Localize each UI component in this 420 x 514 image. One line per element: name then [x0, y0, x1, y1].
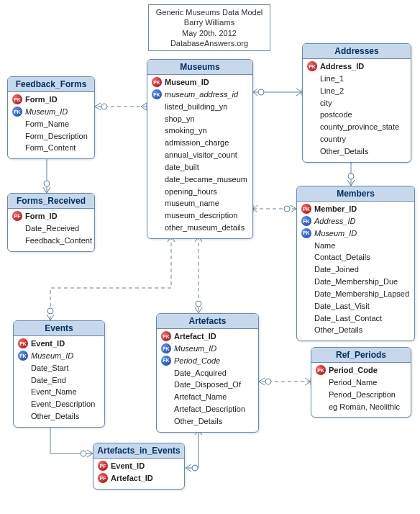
- entity-title: Ref_Periods: [311, 348, 411, 363]
- attribute-row: county_province_state: [306, 121, 408, 133]
- attribute-row: PFForm_ID: [11, 210, 91, 222]
- entity-feedback-forms: Feedback_FormsPKForm_IDFKMuseum_IDForm_N…: [7, 76, 95, 159]
- entity-artefacts: ArtefactsPKArtefact_IDFKMuseum_IDFKPerio…: [156, 313, 259, 433]
- attribute-name: country: [320, 134, 346, 145]
- attribute-list: PKForm_IDFKMuseum_IDForm_NameForm_Descri…: [8, 92, 94, 158]
- attribute-row: PKForm_ID: [11, 94, 91, 106]
- svg-point-16: [192, 465, 198, 471]
- attribute-list: PFForm_IDDate_ReceivedFeedback_Content: [8, 209, 94, 251]
- entity-addresses: AddressesPKAddress_IDLine_1Line_2citypos…: [302, 43, 411, 163]
- attribute-name: Form_Name: [25, 119, 69, 130]
- attribute-row: PKArtefact_ID: [160, 330, 255, 343]
- svg-point-1: [101, 104, 107, 109]
- attribute-list: PKMuseum_IDFKmuseum_address_idlisted_bui…: [147, 75, 252, 238]
- attribute-name: Artefact_Description: [174, 404, 245, 415]
- fk-key-icon: FK: [301, 228, 311, 238]
- attribute-row: admission_charge: [150, 137, 250, 149]
- attribute-row: Form_Name: [11, 118, 91, 130]
- attribute-row: Line_1: [306, 73, 408, 85]
- attribute-row: museum_description: [150, 209, 250, 222]
- attribute-name: Date_Joined: [314, 264, 359, 275]
- attribute-row: postcode: [306, 109, 408, 121]
- attribute-name: Form_Description: [25, 131, 88, 142]
- pk-key-icon: PK: [152, 77, 162, 87]
- attribute-row: Period_Name: [314, 377, 408, 389]
- attribute-row: FKMuseum_ID: [300, 227, 411, 240]
- attribute-name: Form_Content: [25, 143, 76, 153]
- attribute-name: Other_Details: [174, 416, 222, 427]
- attribute-row: opening_hours: [150, 186, 250, 198]
- attribute-row: FKMuseum_ID: [17, 350, 101, 362]
- attribute-list: PKEvent_IDFKMuseum_IDDate_StartDate_EndE…: [14, 336, 104, 427]
- attribute-name: Date_Disposed_Of: [174, 379, 241, 390]
- attribute-name: Other_Details: [320, 146, 368, 157]
- attribute-name: county_province_state: [320, 122, 399, 132]
- attribute-name: Period_Description: [329, 389, 396, 400]
- attribute-name: Form_ID: [25, 211, 58, 222]
- pf-key-icon: PF: [98, 473, 108, 483]
- pk-key-icon: PK: [18, 338, 28, 348]
- entity-artefacts-in-events: Artefacts_in_EventsPFEvent_IDPFArtefact_…: [93, 443, 185, 490]
- attribute-name: Museum_ID: [25, 107, 68, 117]
- entity-members: MembersPKMember_IDFKAddress_IDFKMuseum_I…: [296, 186, 415, 341]
- entity-events: EventsPKEvent_IDFKMuseum_IDDate_StartDat…: [13, 320, 105, 428]
- svg-point-10: [47, 308, 53, 314]
- entity-title: Events: [14, 321, 104, 336]
- attribute-name: Member_ID: [314, 204, 357, 215]
- attribute-name: admission_charge: [165, 137, 229, 148]
- attribute-name: Event_Description: [31, 399, 95, 410]
- attribute-row: FKMuseum_ID: [11, 106, 91, 118]
- attribute-name: Name: [314, 240, 335, 251]
- entity-museums: MuseumsPKMuseum_IDFKmuseum_address_idlis…: [147, 59, 253, 239]
- attribute-name: city: [320, 98, 332, 109]
- attribute-row: PKMember_ID: [300, 203, 411, 215]
- attribute-name: Date_Acquired: [174, 368, 227, 379]
- attribute-row: PFEvent_ID: [96, 460, 181, 472]
- attribute-name: date_built: [165, 162, 199, 173]
- attribute-name: Period_Name: [329, 377, 377, 388]
- attribute-row: FKMuseum_ID: [160, 343, 255, 355]
- attribute-row: Name: [300, 240, 411, 252]
- pk-key-icon: PK: [12, 94, 22, 104]
- attribute-row: country: [306, 133, 408, 145]
- attribute-row: Date_Last_Visit: [300, 300, 411, 312]
- svg-point-12: [196, 301, 201, 307]
- attribute-row: FKmuseum_address_id: [150, 89, 250, 101]
- svg-point-5: [348, 173, 354, 179]
- attribute-name: Artefact_ID: [174, 331, 216, 342]
- diagram-title-box: Generic Museums Data Model Barry William…: [148, 4, 270, 51]
- attribute-row: Feedback_Content: [11, 235, 91, 247]
- attribute-list: PKArtefact_IDFKMuseum_IDFKPeriod_CodeDat…: [157, 329, 258, 432]
- title-line-2: Barry Williams: [155, 17, 264, 27]
- entity-title: Forms_Received: [8, 194, 94, 209]
- attribute-row: Other_Details: [300, 324, 411, 336]
- attribute-row: smoking_yn: [150, 125, 250, 137]
- attribute-row: date_built: [150, 161, 250, 173]
- attribute-name: listed_building_yn: [165, 102, 227, 112]
- attribute-name: Contact_Details: [314, 252, 370, 263]
- pf-key-icon: PF: [98, 461, 108, 471]
- attribute-row: FKPeriod_Code: [160, 355, 255, 367]
- attribute-row: Form_Content: [11, 142, 91, 154]
- entity-title: Artefacts_in_Events: [93, 443, 184, 459]
- attribute-row: listed_building_yn: [150, 101, 250, 113]
- attribute-name: shop_yn: [165, 114, 195, 125]
- attribute-row: Period_Description: [314, 389, 408, 401]
- attribute-name: Date_Membership_Due: [314, 276, 398, 287]
- attribute-row: PKEvent_ID: [17, 338, 101, 350]
- svg-point-7: [284, 206, 290, 212]
- fk-key-icon: FK: [12, 107, 22, 117]
- attribute-name: postcode: [320, 109, 352, 120]
- svg-point-3: [258, 89, 264, 95]
- attribute-list: PKMember_IDFKAddress_IDFKMuseum_IDNameCo…: [297, 202, 414, 341]
- fk-key-icon: FK: [161, 343, 171, 353]
- attribute-name: smoking_yn: [165, 125, 207, 136]
- attribute-row: FKAddress_ID: [300, 215, 411, 227]
- attribute-row: Other_Details: [17, 410, 101, 423]
- pk-key-icon: PK: [161, 331, 171, 341]
- fk-key-icon: FK: [152, 89, 162, 99]
- attribute-name: Event_ID: [31, 338, 65, 349]
- pf-key-icon: PF: [12, 211, 22, 221]
- attribute-name: Event_Name: [31, 387, 77, 397]
- entity-ref-periods: Ref_PeriodsPKPeriod_CodePeriod_NamePerio…: [311, 347, 411, 418]
